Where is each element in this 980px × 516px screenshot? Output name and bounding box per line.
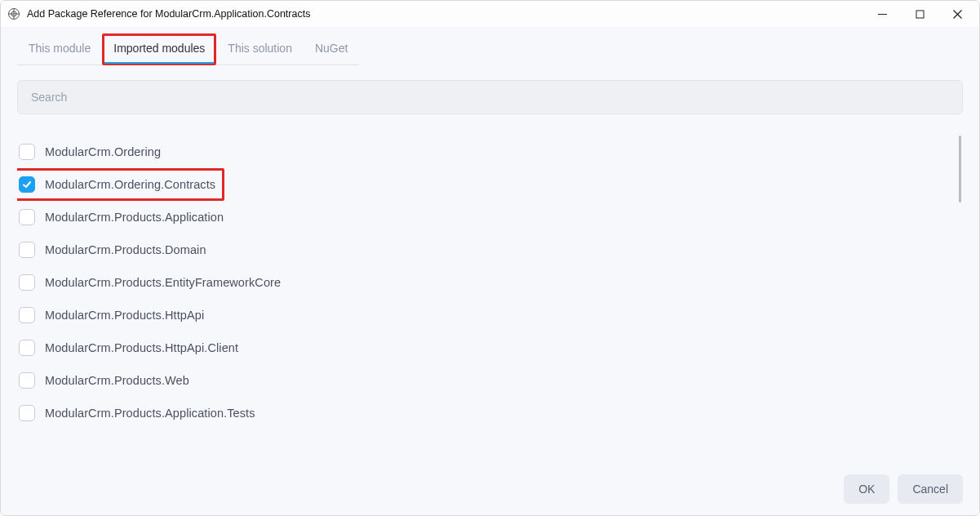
cancel-button[interactable]: Cancel	[898, 474, 963, 504]
window-title: Add Package Reference for ModularCrm.App…	[27, 8, 863, 20]
tab-this-solution[interactable]: This solution	[216, 33, 304, 65]
package-name: ModularCrm.Ordering	[45, 145, 161, 158]
checkbox[interactable]	[19, 242, 35, 258]
package-list-wrap: ModularCrm.OrderingModularCrm.Ordering.C…	[17, 136, 963, 465]
titlebar: Add Package Reference for ModularCrm.App…	[1, 1, 979, 27]
checkbox[interactable]	[19, 340, 35, 356]
package-name: ModularCrm.Products.EntityFrameworkCore	[45, 276, 281, 289]
checkbox[interactable]	[19, 405, 35, 421]
package-name: ModularCrm.Products.Domain	[45, 243, 206, 256]
dialog-body: This moduleImported modulesThis solution…	[1, 27, 979, 465]
package-row[interactable]: ModularCrm.Ordering.Contracts	[17, 168, 224, 201]
package-row[interactable]: ModularCrm.Products.HttpApi.Client	[17, 331, 959, 364]
checkbox[interactable]	[19, 209, 35, 225]
package-name: ModularCrm.Ordering.Contracts	[45, 178, 215, 191]
svg-rect-5	[916, 11, 924, 18]
scrollbar[interactable]	[959, 136, 961, 202]
maximize-button[interactable]	[901, 2, 938, 26]
search-input[interactable]	[17, 80, 963, 114]
package-name: ModularCrm.Products.Application	[45, 211, 224, 224]
minimize-button[interactable]	[863, 2, 901, 26]
close-button[interactable]	[938, 2, 976, 26]
package-name: ModularCrm.Products.HttpApi.Client	[45, 341, 238, 354]
package-list: ModularCrm.OrderingModularCrm.Ordering.C…	[17, 136, 959, 465]
checkbox[interactable]	[19, 372, 35, 389]
dialog-footer: OK Cancel	[1, 465, 979, 515]
package-row[interactable]: ModularCrm.Products.Web	[17, 364, 959, 397]
checkbox[interactable]	[19, 307, 35, 323]
package-row[interactable]: ModularCrm.Products.Application.Tests	[17, 397, 959, 429]
checkbox[interactable]	[19, 144, 35, 160]
package-name: ModularCrm.Products.Application.Tests	[45, 407, 255, 420]
tab-imported-modules[interactable]: Imported modules	[102, 33, 216, 65]
package-row[interactable]: ModularCrm.Products.EntityFrameworkCore	[17, 266, 959, 299]
package-row[interactable]: ModularCrm.Products.HttpApi	[17, 299, 959, 331]
tab-this-module[interactable]: This module	[17, 33, 102, 65]
checkbox[interactable]	[19, 274, 35, 291]
package-row[interactable]: ModularCrm.Products.Domain	[17, 234, 959, 266]
package-name: ModularCrm.Products.Web	[45, 374, 189, 387]
window-controls	[863, 2, 976, 26]
ok-button[interactable]: OK	[844, 474, 889, 504]
tabs: This moduleImported modulesThis solution…	[17, 33, 963, 65]
tab-nuget[interactable]: NuGet	[304, 33, 359, 65]
package-name: ModularCrm.Products.HttpApi	[45, 309, 204, 322]
package-row[interactable]: ModularCrm.Products.Application	[17, 201, 959, 234]
app-icon	[7, 7, 20, 20]
package-row[interactable]: ModularCrm.Ordering	[17, 136, 959, 168]
checkbox[interactable]	[19, 176, 35, 193]
